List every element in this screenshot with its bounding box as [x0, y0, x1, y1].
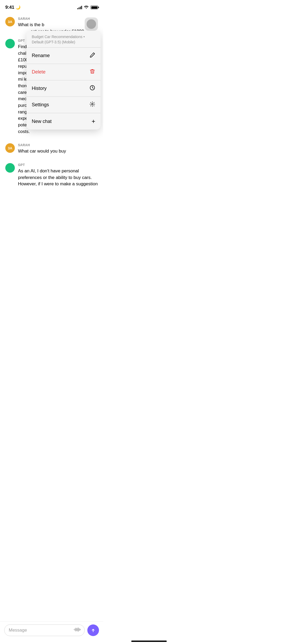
- message-sender: GPT: [18, 163, 98, 167]
- delete-label: Delete: [32, 69, 46, 75]
- avatar: 3A: [5, 17, 15, 26]
- dropdown-menu: Budget Car Recommendations • Default (GP…: [26, 31, 101, 130]
- user-avatar-button[interactable]: [85, 17, 98, 31]
- dropdown-header-text: Budget Car Recommendations • Default (GP…: [32, 34, 95, 45]
- plus-icon: +: [92, 118, 95, 125]
- avatar: 3A: [5, 143, 15, 153]
- chat-scroll-area[interactable]: 3A SARAH What is the best car to buy und…: [0, 15, 103, 216]
- status-bar: 9:41 🌙: [0, 0, 103, 13]
- message-row: 3A SARAH What car would you buy: [0, 141, 103, 157]
- status-time: 9:41 🌙: [5, 5, 21, 10]
- svg-point-5: [8, 165, 12, 170]
- new-chat-menu-item[interactable]: New chat +: [26, 113, 101, 130]
- delete-menu-item[interactable]: Delete: [26, 64, 101, 80]
- avatar: [87, 19, 96, 29]
- history-menu-item[interactable]: History: [26, 80, 101, 97]
- trash-icon: [89, 68, 95, 76]
- new-chat-label: New chat: [32, 119, 52, 124]
- gear-icon: [89, 101, 95, 108]
- message-row: GPT As an AI, I don't have personal pref…: [0, 161, 103, 190]
- avatar: [5, 163, 15, 173]
- wifi-icon: [84, 5, 89, 10]
- clock-icon: [89, 85, 95, 92]
- dropdown-header: Budget Car Recommendations • Default (GP…: [26, 31, 101, 48]
- rename-menu-item[interactable]: Rename: [26, 48, 101, 64]
- message-sender: SARAH: [18, 143, 98, 147]
- history-label: History: [32, 86, 47, 91]
- svg-point-3: [92, 103, 93, 105]
- moon-icon: 🌙: [16, 5, 21, 10]
- settings-label: Settings: [32, 102, 49, 108]
- battery-icon: [91, 6, 98, 9]
- context-menu: Budget Car Recommendations • Default (GP…: [26, 31, 101, 130]
- rename-label: Rename: [32, 53, 50, 58]
- avatar: [5, 39, 15, 48]
- svg-point-4: [8, 41, 12, 46]
- status-icons: [77, 5, 98, 10]
- message-text: As an AI, I don't have personal preferen…: [18, 168, 98, 187]
- message-content: SARAH What car would you buy: [18, 143, 98, 155]
- signal-icon: [77, 6, 82, 9]
- message-content: GPT As an AI, I don't have personal pref…: [18, 163, 98, 187]
- pencil-icon: [89, 52, 95, 59]
- settings-menu-item[interactable]: Settings: [26, 97, 101, 113]
- message-text: What car would you buy: [18, 148, 98, 155]
